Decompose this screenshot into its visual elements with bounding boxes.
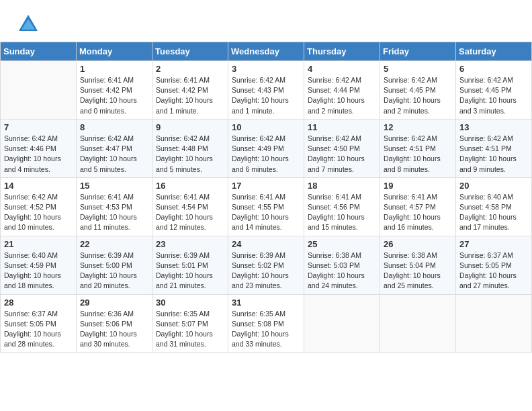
day-info: Sunrise: 6:41 AM Sunset: 4:53 PM Dayligh… (80, 193, 137, 232)
calendar-cell: 27Sunrise: 6:37 AM Sunset: 5:05 PM Dayli… (456, 236, 532, 294)
calendar-cell: 10Sunrise: 6:42 AM Sunset: 4:49 PM Dayli… (228, 119, 304, 177)
calendar-cell (304, 294, 380, 353)
day-info: Sunrise: 6:35 AM Sunset: 5:08 PM Dayligh… (232, 310, 289, 349)
weekday-header-friday: Friday (380, 42, 456, 61)
calendar-cell: 24Sunrise: 6:39 AM Sunset: 5:02 PM Dayli… (228, 236, 304, 294)
day-info: Sunrise: 6:40 AM Sunset: 4:59 PM Dayligh… (4, 251, 61, 290)
calendar-cell: 19Sunrise: 6:41 AM Sunset: 4:57 PM Dayli… (380, 177, 456, 236)
day-number: 17 (232, 181, 300, 191)
day-number: 7 (4, 122, 73, 132)
calendar-cell: 31Sunrise: 6:35 AM Sunset: 5:08 PM Dayli… (228, 294, 304, 353)
calendar-cell: 17Sunrise: 6:41 AM Sunset: 4:55 PM Dayli… (228, 177, 304, 236)
day-info: Sunrise: 6:39 AM Sunset: 5:01 PM Dayligh… (156, 251, 213, 290)
day-number: 11 (308, 122, 376, 132)
day-info: Sunrise: 6:42 AM Sunset: 4:45 PM Dayligh… (459, 76, 517, 115)
calendar-cell: 18Sunrise: 6:41 AM Sunset: 4:56 PM Dayli… (304, 177, 380, 236)
calendar-week-row: 14Sunrise: 6:42 AM Sunset: 4:52 PM Dayli… (1, 177, 532, 236)
day-number: 12 (384, 122, 452, 132)
day-info: Sunrise: 6:42 AM Sunset: 4:48 PM Dayligh… (156, 134, 213, 173)
calendar-cell: 28Sunrise: 6:37 AM Sunset: 5:05 PM Dayli… (1, 294, 77, 353)
day-info: Sunrise: 6:42 AM Sunset: 4:49 PM Dayligh… (232, 134, 289, 173)
day-number: 24 (232, 239, 300, 249)
day-info: Sunrise: 6:41 AM Sunset: 4:42 PM Dayligh… (156, 76, 213, 115)
day-number: 13 (459, 122, 528, 132)
calendar-cell: 11Sunrise: 6:42 AM Sunset: 4:50 PM Dayli… (304, 119, 380, 177)
calendar-cell (380, 294, 456, 353)
calendar-cell: 16Sunrise: 6:41 AM Sunset: 4:54 PM Dayli… (152, 177, 228, 236)
calendar-cell: 5Sunrise: 6:42 AM Sunset: 4:45 PM Daylig… (380, 61, 456, 120)
day-number: 21 (4, 239, 73, 249)
calendar-cell (456, 294, 532, 353)
day-number: 18 (308, 181, 376, 191)
calendar-cell: 21Sunrise: 6:40 AM Sunset: 4:59 PM Dayli… (1, 236, 77, 294)
day-number: 10 (232, 122, 300, 132)
calendar-cell: 12Sunrise: 6:42 AM Sunset: 4:51 PM Dayli… (380, 119, 456, 177)
calendar-week-row: 28Sunrise: 6:37 AM Sunset: 5:05 PM Dayli… (1, 294, 532, 353)
day-info: Sunrise: 6:38 AM Sunset: 5:03 PM Dayligh… (308, 251, 365, 290)
logo-icon (16, 12, 40, 36)
day-info: Sunrise: 6:36 AM Sunset: 5:06 PM Dayligh… (80, 310, 137, 349)
calendar-cell: 13Sunrise: 6:42 AM Sunset: 4:51 PM Dayli… (456, 119, 532, 177)
day-info: Sunrise: 6:39 AM Sunset: 5:02 PM Dayligh… (232, 251, 289, 290)
day-number: 6 (459, 64, 528, 74)
day-number: 26 (384, 239, 452, 249)
day-number: 27 (459, 239, 528, 249)
calendar-cell: 7Sunrise: 6:42 AM Sunset: 4:46 PM Daylig… (1, 119, 77, 177)
day-number: 22 (80, 239, 148, 249)
day-info: Sunrise: 6:40 AM Sunset: 4:58 PM Dayligh… (459, 193, 517, 232)
day-number: 1 (80, 64, 148, 74)
calendar-cell: 6Sunrise: 6:42 AM Sunset: 4:45 PM Daylig… (456, 61, 532, 120)
day-info: Sunrise: 6:41 AM Sunset: 4:55 PM Dayligh… (232, 193, 289, 232)
day-number: 31 (232, 298, 300, 308)
weekday-header-sunday: Sunday (1, 42, 77, 61)
calendar-cell: 3Sunrise: 6:42 AM Sunset: 4:43 PM Daylig… (228, 61, 304, 120)
day-info: Sunrise: 6:42 AM Sunset: 4:51 PM Dayligh… (384, 134, 441, 173)
day-info: Sunrise: 6:41 AM Sunset: 4:54 PM Dayligh… (156, 193, 213, 232)
day-number: 20 (459, 181, 528, 191)
day-info: Sunrise: 6:39 AM Sunset: 5:00 PM Dayligh… (80, 251, 137, 290)
day-info: Sunrise: 6:42 AM Sunset: 4:44 PM Dayligh… (308, 76, 365, 115)
day-number: 3 (232, 64, 300, 74)
calendar-cell: 25Sunrise: 6:38 AM Sunset: 5:03 PM Dayli… (304, 236, 380, 294)
day-number: 5 (384, 64, 452, 74)
day-info: Sunrise: 6:37 AM Sunset: 5:05 PM Dayligh… (459, 251, 517, 290)
calendar-cell: 22Sunrise: 6:39 AM Sunset: 5:00 PM Dayli… (77, 236, 152, 294)
day-number: 29 (80, 298, 148, 308)
weekday-header-monday: Monday (77, 42, 152, 61)
day-info: Sunrise: 6:41 AM Sunset: 4:56 PM Dayligh… (308, 193, 365, 232)
calendar-cell: 8Sunrise: 6:42 AM Sunset: 4:47 PM Daylig… (77, 119, 152, 177)
calendar-cell: 29Sunrise: 6:36 AM Sunset: 5:06 PM Dayli… (77, 294, 152, 353)
calendar-cell: 20Sunrise: 6:40 AM Sunset: 4:58 PM Dayli… (456, 177, 532, 236)
day-info: Sunrise: 6:42 AM Sunset: 4:46 PM Dayligh… (4, 134, 61, 173)
day-info: Sunrise: 6:42 AM Sunset: 4:50 PM Dayligh… (308, 134, 365, 173)
calendar-cell: 14Sunrise: 6:42 AM Sunset: 4:52 PM Dayli… (1, 177, 77, 236)
calendar-cell: 2Sunrise: 6:41 AM Sunset: 4:42 PM Daylig… (152, 61, 228, 120)
day-number: 19 (384, 181, 452, 191)
day-info: Sunrise: 6:42 AM Sunset: 4:51 PM Dayligh… (459, 134, 517, 173)
day-number: 4 (308, 64, 376, 74)
day-number: 30 (156, 298, 224, 308)
day-info: Sunrise: 6:37 AM Sunset: 5:05 PM Dayligh… (4, 310, 61, 349)
day-info: Sunrise: 6:38 AM Sunset: 5:04 PM Dayligh… (384, 251, 441, 290)
calendar-cell: 26Sunrise: 6:38 AM Sunset: 5:04 PM Dayli… (380, 236, 456, 294)
calendar-cell: 23Sunrise: 6:39 AM Sunset: 5:01 PM Dayli… (152, 236, 228, 294)
day-info: Sunrise: 6:42 AM Sunset: 4:45 PM Dayligh… (384, 76, 441, 115)
day-info: Sunrise: 6:41 AM Sunset: 4:57 PM Dayligh… (384, 193, 441, 232)
weekday-header-thursday: Thursday (304, 42, 380, 61)
page-header (0, 0, 532, 42)
calendar-table: SundayMondayTuesdayWednesdayThursdayFrid… (0, 42, 532, 353)
day-number: 23 (156, 239, 224, 249)
calendar-cell: 9Sunrise: 6:42 AM Sunset: 4:48 PM Daylig… (152, 119, 228, 177)
day-info: Sunrise: 6:41 AM Sunset: 4:42 PM Dayligh… (80, 76, 137, 115)
weekday-header-saturday: Saturday (456, 42, 532, 61)
day-number: 15 (80, 181, 148, 191)
calendar-cell: 15Sunrise: 6:41 AM Sunset: 4:53 PM Dayli… (77, 177, 152, 236)
calendar-cell: 30Sunrise: 6:35 AM Sunset: 5:07 PM Dayli… (152, 294, 228, 353)
calendar-week-row: 21Sunrise: 6:40 AM Sunset: 4:59 PM Dayli… (1, 236, 532, 294)
day-info: Sunrise: 6:42 AM Sunset: 4:47 PM Dayligh… (80, 134, 137, 173)
day-number: 14 (4, 181, 73, 191)
day-number: 16 (156, 181, 224, 191)
calendar-cell (1, 61, 77, 120)
day-info: Sunrise: 6:42 AM Sunset: 4:43 PM Dayligh… (232, 76, 289, 115)
weekday-header-tuesday: Tuesday (152, 42, 228, 61)
